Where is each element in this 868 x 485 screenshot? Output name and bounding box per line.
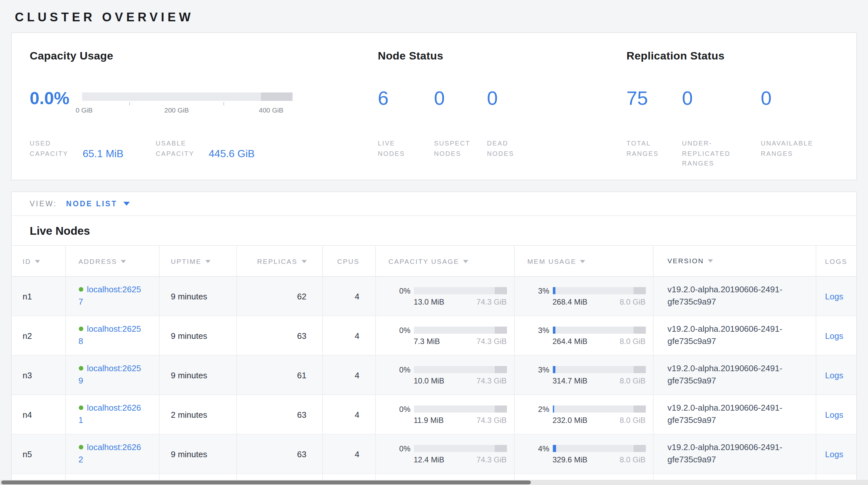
memory-max-value: 8.0 GiB [620,337,646,346]
memory-max-value: 8.0 GiB [620,416,646,425]
node-address-link[interactable]: localhost:26257 [79,285,141,307]
stat-value: 75 [626,89,682,108]
column-header-replicas[interactable]: REPLICAS [237,246,322,277]
node-address-link[interactable]: localhost:26258 [79,324,141,346]
stat-label: DEAD NODES [487,138,526,159]
capacity-used-value: 11.9 MiB [414,416,444,425]
logs-link[interactable]: Logs [825,291,843,301]
stat-label: UNAVAILABLE RANGES [761,138,822,159]
stat-value: 0 [761,89,838,108]
memory-percent-label: 4% [527,444,549,453]
logs-link[interactable]: Logs [825,449,843,459]
node-cpus-cell: 4 [322,395,375,434]
node-capacity-usage-cell: 0% 13.0 MiB 74.3 GiB [375,277,514,316]
memory-meter-bar [553,445,646,452]
used-capacity-detail: USED CAPACITY 65.1 MiB [30,138,123,159]
gauge-axis-label: 400 GiB [259,106,283,114]
node-logs-cell: Logs [816,277,857,316]
capacity-meter-bar [414,405,507,412]
node-logs-cell: Logs [816,434,857,474]
logs-link[interactable]: Logs [825,370,843,380]
node-version-cell: v19.2.0-alpha.20190606-2491-gfe735c9a97 [653,434,816,474]
table-row: n2 localhost:26258 9 minutes 63 4 0% 7.3… [11,316,857,355]
sort-descending-icon [206,260,211,263]
sort-descending-icon [301,260,306,263]
node-live-dot-icon [79,326,83,331]
used-capacity-label: USED CAPACITY [30,138,75,159]
node-version-cell: v19.2.0-alpha.20190606-2491-gfe735c9a97 [653,395,816,434]
column-header-id[interactable]: ID [11,246,65,277]
memory-used-value: 329.6 MiB [553,455,587,464]
node-replicas-cell: 62 [237,277,322,316]
horizontal-scrollbar-thumb[interactable] [1,481,531,484]
node-address-cell: localhost:26261 [65,395,159,434]
view-selected-option: NODE LIST [66,200,118,207]
node-address-cell: localhost:26258 [65,316,159,355]
node-version-cell: v19.2.0-alpha.20190606-2491-gfe735c9a97 [653,355,816,395]
node-uptime-cell: 9 minutes [159,434,237,474]
column-header-address[interactable]: ADDRESS [65,246,159,277]
gauge-axis-label: 0 GiB [75,106,93,114]
view-selector-dropdown[interactable]: NODE LIST [66,200,130,207]
memory-used-value: 232.0 MiB [553,416,587,425]
capacity-meter: 0% [389,325,513,335]
logs-link[interactable]: Logs [825,410,843,419]
node-cpus-cell: 4 [322,277,375,316]
memory-percent-label: 3% [527,286,549,295]
node-address-link[interactable]: localhost:26262 [79,442,141,464]
table-row: n5 localhost:26262 9 minutes 63 4 0% 12.… [11,434,857,474]
capacity-gauge: 0 GiB 200 GiB 400 GiB [82,92,292,101]
stat-label: TOTAL RANGES [626,138,665,159]
node-live-dot-icon [79,405,83,410]
gauge-axis-label: 200 GiB [164,106,189,114]
capacity-max-value: 74.3 GiB [476,376,507,385]
node-mem-usage-cell: 2% 232.0 MiB 8.0 GiB [514,395,653,434]
stat-total-ranges: 75 TOTAL RANGES [626,89,682,168]
memory-meter-bar [553,405,646,412]
node-live-dot-icon [79,366,83,371]
node-mem-usage-cell: 3% 264.4 MiB 8.0 GiB [514,316,653,355]
capacity-percent-label: 0% [389,444,410,453]
usable-capacity-label: USABLE CAPACITY [156,138,201,159]
capacity-meter: 0% [389,404,513,413]
chevron-down-icon [123,202,129,206]
node-address-link[interactable]: localhost:26261 [79,403,141,425]
capacity-max-value: 74.3 GiB [476,416,507,425]
node-uptime-cell: 9 minutes [159,316,237,355]
node-uptime-cell: 9 minutes [159,277,237,316]
capacity-meter-bar [414,445,507,452]
logs-link[interactable]: Logs [825,331,843,340]
sort-descending-icon [708,259,713,262]
memory-meter-reserved [633,405,646,412]
column-header-label: MEM USAGE [527,257,577,265]
memory-meter-reserved [633,366,646,373]
memory-used-value: 268.4 MiB [553,297,587,306]
capacity-meter: 0% [389,286,513,295]
column-header-label: VERSION [668,257,704,264]
node-logs-cell: Logs [816,316,857,355]
stat-unavailable-ranges: 0 UNAVAILABLE RANGES [761,89,838,168]
column-header-capacity-usage[interactable]: CAPACITY USAGE [375,246,514,277]
memory-max-value: 8.0 GiB [620,455,646,464]
node-replicas-cell: 63 [237,395,322,434]
capacity-percent-label: 0% [389,286,410,295]
column-header-cpus: CPUS [322,246,375,277]
stat-under-replicated-ranges: 0 UNDER-REPLICATED RANGES [682,89,761,168]
node-logs-cell: Logs [816,395,857,434]
sort-descending-icon [121,260,126,263]
capacity-usage-section: Capacity Usage 0.0% 0 GiB 200 GiB 400 Gi… [30,50,378,180]
node-version-cell: v19.2.0-alpha.20190606-2491-gfe735c9a97 [653,277,816,316]
node-uptime-cell: 9 minutes [159,355,237,395]
stat-label: UNDER-REPLICATED RANGES [682,138,747,168]
column-header-label: CPUS [337,257,360,265]
memory-meter: 4% [527,444,652,453]
node-address-link[interactable]: localhost:26259 [79,364,141,386]
column-header-version[interactable]: VERSION [653,246,816,277]
view-bar: VIEW: NODE LIST [11,192,857,216]
stat-value: 0 [434,89,487,108]
memory-meter: 3% [527,286,652,295]
stat-suspect-nodes: 0 SUSPECT NODES [434,89,487,159]
column-header-mem-usage[interactable]: MEM USAGE [514,246,653,277]
capacity-meter: 0% [389,365,513,374]
column-header-uptime[interactable]: UPTIME [159,246,237,277]
